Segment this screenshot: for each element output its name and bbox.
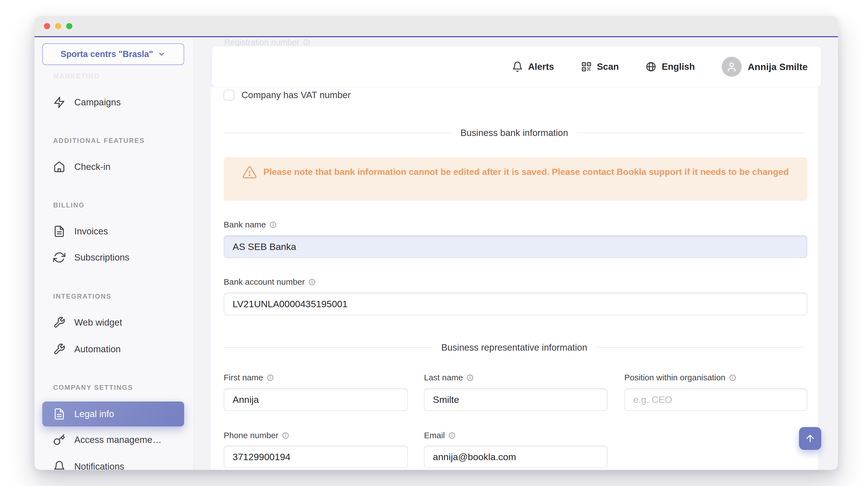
- sidebar-item-check-in[interactable]: Check-in: [42, 154, 184, 179]
- sidebar-item-label: Legal info: [74, 409, 114, 419]
- info-icon[interactable]: [466, 374, 474, 382]
- phone-label-row: Phone number: [224, 430, 289, 441]
- avatar: [722, 57, 742, 77]
- email-label-row: Email: [424, 430, 456, 441]
- sidebar-item-label: Automation: [74, 344, 121, 355]
- info-icon[interactable]: [448, 432, 456, 439]
- divider-line: [224, 347, 433, 348]
- user-name: Annija Smilte: [748, 61, 808, 72]
- document-icon: [53, 225, 65, 237]
- sidebar-item-subscriptions[interactable]: Subscriptions: [42, 245, 184, 270]
- vat-checkbox-row: Company has VAT number: [224, 89, 351, 101]
- vat-checkbox-label: Company has VAT number: [242, 90, 351, 100]
- info-icon[interactable]: [267, 374, 274, 382]
- scroll-to-top-button[interactable]: [799, 427, 821, 450]
- divider-line: [224, 133, 452, 133]
- bank-account-input[interactable]: [224, 292, 807, 315]
- sidebar-section-billing: BILLING: [53, 200, 85, 211]
- phone-input[interactable]: [224, 445, 408, 468]
- scan-button[interactable]: Scan: [581, 61, 619, 72]
- first-name-label: First name: [224, 373, 263, 382]
- key-icon: [53, 434, 65, 446]
- bank-account-label: Bank account number: [224, 277, 305, 287]
- language-label: English: [661, 61, 695, 72]
- sidebar-item-web-widget[interactable]: Web widget: [42, 310, 184, 335]
- sidebar-section-marketing: MARKETING: [53, 71, 100, 82]
- email-input[interactable]: [424, 445, 608, 468]
- last-name-input[interactable]: [424, 388, 608, 411]
- warning-triangle-icon: [242, 165, 257, 180]
- bank-name-input[interactable]: [224, 235, 807, 258]
- sidebar-item-legal-info[interactable]: Legal info: [42, 401, 184, 426]
- org-switcher-label: Sporta centrs "Brasla": [61, 49, 153, 59]
- language-button[interactable]: English: [645, 61, 695, 72]
- divider-line: [596, 347, 805, 348]
- last-name-label: Last name: [424, 373, 463, 382]
- qr-code-icon: [581, 61, 592, 72]
- refresh-icon: [53, 251, 65, 264]
- sidebar-item-label: Check-in: [74, 162, 111, 172]
- bank-warning-banner: Please note that bank information cannot…: [224, 157, 807, 201]
- sidebar-section-integrations: INTEGRATIONS: [53, 291, 112, 302]
- legal-info-form-panel: Company has VAT number Business bank inf…: [211, 87, 818, 470]
- last-name-label-row: Last name: [424, 372, 474, 383]
- divider-line: [577, 133, 805, 133]
- org-switcher-button[interactable]: Sporta centrs "Brasla": [42, 43, 184, 65]
- ghost-label-text: Registration number: [224, 37, 299, 47]
- info-icon[interactable]: [729, 374, 736, 382]
- traffic-light-minimize[interactable]: [55, 23, 61, 29]
- bank-name-label-row: Bank name: [224, 219, 277, 230]
- sidebar-item-label: Notifications: [74, 461, 124, 470]
- sidebar-item-notifications[interactable]: Notifications: [42, 454, 184, 470]
- window-titlebar: [34, 16, 838, 36]
- chevron-down-icon: [157, 50, 166, 58]
- bank-account-label-row: Bank account number: [224, 277, 316, 288]
- user-menu-button[interactable]: Annija Smilte: [722, 57, 808, 77]
- vat-checkbox[interactable]: [224, 90, 234, 100]
- home-icon: [53, 161, 65, 173]
- document-icon: [53, 408, 65, 420]
- screenshot-stage: Sporta centrs "Brasla" MARKETING Campaig…: [0, 0, 868, 486]
- bank-section-title: Business bank information: [460, 128, 568, 138]
- sidebar-item-invoices[interactable]: Invoices: [42, 219, 184, 244]
- info-icon[interactable]: [282, 432, 289, 439]
- sidebar: Sporta centrs "Brasla" MARKETING Campaig…: [34, 37, 194, 470]
- phone-label: Phone number: [224, 431, 278, 440]
- sidebar-item-campaigns[interactable]: Campaigns: [42, 90, 184, 115]
- info-icon[interactable]: [269, 221, 277, 229]
- sidebar-item-label: Access manageme…: [74, 434, 162, 445]
- sidebar-item-access-management[interactable]: Access manageme…: [42, 427, 184, 452]
- app-window: Sporta centrs "Brasla" MARKETING Campaig…: [34, 16, 838, 470]
- first-name-label-row: First name: [224, 372, 274, 383]
- scan-label: Scan: [597, 61, 619, 72]
- traffic-light-zoom[interactable]: [66, 23, 72, 29]
- globe-icon: [645, 61, 657, 72]
- bank-section-divider: Business bank information: [224, 127, 805, 139]
- bell-icon: [512, 61, 523, 72]
- bank-warning-text: Please note that bank information cannot…: [264, 165, 789, 179]
- sidebar-item-label: Invoices: [74, 226, 108, 237]
- sidebar-section-company-settings: COMPANY SETTINGS: [53, 382, 133, 393]
- alerts-label: Alerts: [528, 61, 554, 72]
- sidebar-section-additional-features: ADDITIONAL FEATURES: [53, 135, 145, 146]
- sidebar-item-label: Web widget: [74, 317, 122, 328]
- traffic-light-close[interactable]: [44, 23, 50, 29]
- alerts-button[interactable]: Alerts: [512, 61, 554, 72]
- bank-name-label: Bank name: [224, 220, 266, 229]
- sidebar-item-label: Subscriptions: [74, 252, 129, 263]
- main-area: Registration number Alerts Scan: [194, 37, 838, 470]
- info-icon[interactable]: [308, 278, 316, 286]
- top-toolbar: Alerts Scan English Annija Smil: [211, 46, 821, 87]
- person-icon: [725, 60, 738, 73]
- sidebar-item-automation[interactable]: Automation: [42, 337, 184, 362]
- bell-icon: [53, 460, 65, 470]
- wrench-icon: [53, 316, 65, 329]
- lightning-icon: [53, 96, 65, 108]
- representative-section-title: Business representative information: [441, 342, 587, 353]
- first-name-input[interactable]: [224, 388, 408, 411]
- sidebar-item-label: Campaigns: [74, 97, 121, 107]
- info-icon: [303, 39, 310, 46]
- position-input[interactable]: [624, 388, 807, 411]
- email-label: Email: [424, 431, 445, 440]
- arrow-up-icon: [805, 433, 816, 444]
